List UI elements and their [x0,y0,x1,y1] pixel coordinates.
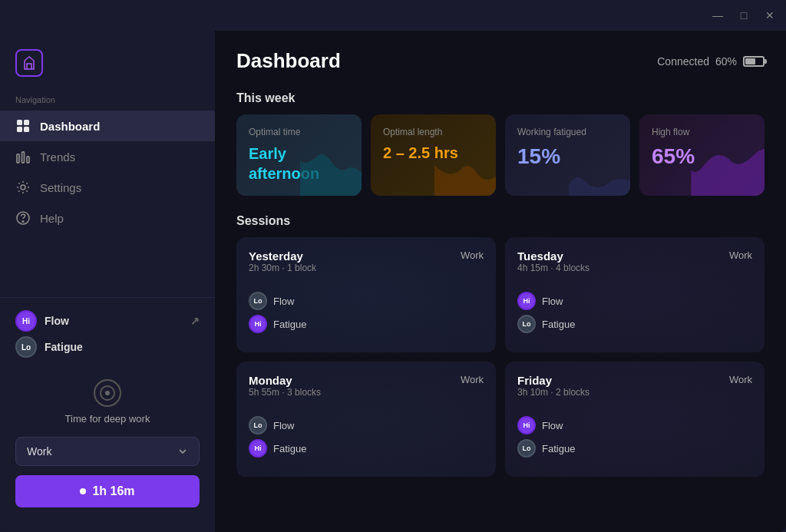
flow-tag-label-yesterday: Flow [273,296,294,307]
svg-rect-5 [22,152,25,163]
connection-status: Connected 60% [657,55,765,68]
svg-point-9 [22,221,24,223]
nav-item-help[interactable]: Help [0,203,215,233]
external-link-icon[interactable]: ↗ [190,315,200,327]
battery-percent: 60% [715,55,737,68]
logo-area [0,43,215,89]
flow-tag-badge-tuesday: Hi [517,292,536,310]
title-bar: — □ ✕ [0,0,786,31]
optimal-length-bg-shape [434,142,496,196]
dashboard-icon [15,118,31,134]
fatigue-tag-badge-monday: Hi [249,439,267,458]
session-card-yesterday[interactable]: Yesterday 2h 30m · 1 block Work Lo Flow [236,237,496,352]
session-card-tuesday[interactable]: Tuesday 4h 15m · 4 blocks Work Hi Flow [505,237,765,352]
session-tag-fatigue-friday: Lo Fatigue [517,439,752,458]
fatigue-tag-badge-yesterday: Hi [249,315,267,333]
work-selector-value: Work [27,445,51,458]
flow-tag-label-monday: Flow [273,420,294,431]
session-header-friday: Friday 3h 10m · 2 blocks Work [517,374,752,407]
main-layout: Navigation Dashboard [0,31,786,532]
session-tags-monday: Lo Flow Hi Fatigue [249,416,484,458]
target-dot [105,391,110,395]
fatigue-tag-label-monday: Fatigue [273,443,306,454]
session-tag-flow-tuesday: Hi Flow [517,292,752,310]
timer-dot-icon [80,488,86,494]
trends-icon [15,149,31,164]
nav-label-trends: Trends [40,150,75,164]
deep-work-section: Time for deep work [15,370,200,437]
svg-point-7 [21,185,25,190]
session-tags-friday: Hi Flow Lo Fatigue [517,416,752,458]
nav-label-dashboard: Dashboard [40,120,100,133]
content-header: Dashboard Connected 60% [236,49,765,73]
flow-badge: Hi [15,310,37,332]
fatigue-status-card: Lo Fatigue [15,336,200,358]
battery-fill [745,58,755,64]
connection-label: Connected [657,55,709,68]
stat-label-optimal-length: Optimal length [383,127,484,137]
session-tag-flow-monday: Lo Flow [249,416,484,435]
stat-card-working-fatigued: Working fatigued 15% [505,114,630,196]
this-week-section: This week Optimal time Early afternoon O… [236,91,765,196]
sessions-grid: Yesterday 2h 30m · 1 block Work Lo Flow [236,237,765,477]
fatigue-label: Fatigue [45,341,83,353]
session-card-friday[interactable]: Friday 3h 10m · 2 blocks Work Hi Flow [505,362,765,477]
battery-icon [743,56,765,67]
stat-label-working-fatigued: Working fatigued [517,127,618,137]
maximize-button[interactable]: □ [737,8,751,22]
session-content-monday: Monday 5h 55m · 3 blocks Work Lo Flow [249,374,484,458]
svg-rect-4 [17,154,19,163]
working-fatigued-bg-shape [569,142,630,196]
session-day-yesterday: Yesterday 2h 30m · 1 block [249,249,316,283]
session-day-tuesday: Tuesday 4h 15m · 4 blocks [517,249,590,283]
session-header-tuesday: Tuesday 4h 15m · 4 blocks Work [517,249,752,283]
page-title: Dashboard [236,49,341,73]
status-cards: Hi Flow ↗ Lo Fatigue [15,310,200,358]
settings-icon [15,180,31,195]
session-day-friday: Friday 3h 10m · 2 blocks [517,374,590,407]
nav-item-trends[interactable]: Trends [0,141,215,172]
session-day-monday: Monday 5h 55m · 3 blocks [249,374,321,407]
chevron-down-icon [177,446,188,457]
session-header-yesterday: Yesterday 2h 30m · 1 block Work [249,249,484,283]
work-selector[interactable]: Work [15,437,200,466]
high-flow-bg-shape [688,134,765,196]
nav-item-settings[interactable]: Settings [0,172,215,203]
stat-label-optimal-time: Optimal time [249,127,349,137]
stats-grid: Optimal time Early afternoon Optimal len… [236,114,765,196]
title-bar-controls: — □ ✕ [711,8,777,22]
session-card-monday[interactable]: Monday 5h 55m · 3 blocks Work Lo Flow [236,362,496,477]
flow-tag-label-friday: Flow [542,420,563,431]
fatigue-tag-label-tuesday: Fatigue [542,319,575,330]
main-content: Dashboard Connected 60% This week Optima… [215,31,786,532]
sidebar-bottom: Hi Flow ↗ Lo Fatigue Time f [0,297,215,520]
sessions-title: Sessions [236,214,765,228]
session-tags-yesterday: Lo Flow Hi Fatigue [249,292,484,333]
app-window: — □ ✕ Navigation [0,0,786,532]
timer-button[interactable]: 1h 16m [15,475,200,507]
minimize-button[interactable]: — [711,8,725,22]
stat-card-high-flow: High flow 65% [639,114,765,196]
session-content-yesterday: Yesterday 2h 30m · 1 block Work Lo Flow [249,249,484,333]
sidebar: Navigation Dashboard [0,31,215,532]
svg-rect-1 [24,120,29,125]
timer-label: 1h 16m [92,484,134,498]
nav-label-settings: Settings [40,181,81,194]
nav-item-dashboard[interactable]: Dashboard [0,111,215,141]
fatigue-tag-label-friday: Fatigue [542,443,575,454]
session-content-friday: Friday 3h 10m · 2 blocks Work Hi Flow [517,374,752,458]
flow-tag-badge-yesterday: Lo [249,292,267,310]
flow-status-card: Hi Flow ↗ [15,310,200,332]
target-icon [94,379,121,407]
session-tag-flow-friday: Hi Flow [517,416,752,435]
session-tag-flow-yesterday: Lo Flow [249,292,484,310]
nav-label-help: Help [40,212,64,225]
session-tags-tuesday: Hi Flow Lo Fatigue [517,292,752,333]
session-tag-fatigue-monday: Hi Fatigue [249,439,484,458]
session-tag-fatigue-tuesday: Lo Fatigue [517,315,752,333]
svg-rect-0 [17,120,22,125]
stat-card-optimal-time: Optimal time Early afternoon [236,114,362,196]
target-inner [100,385,115,401]
close-button[interactable]: ✕ [763,8,777,22]
help-icon [15,210,31,226]
